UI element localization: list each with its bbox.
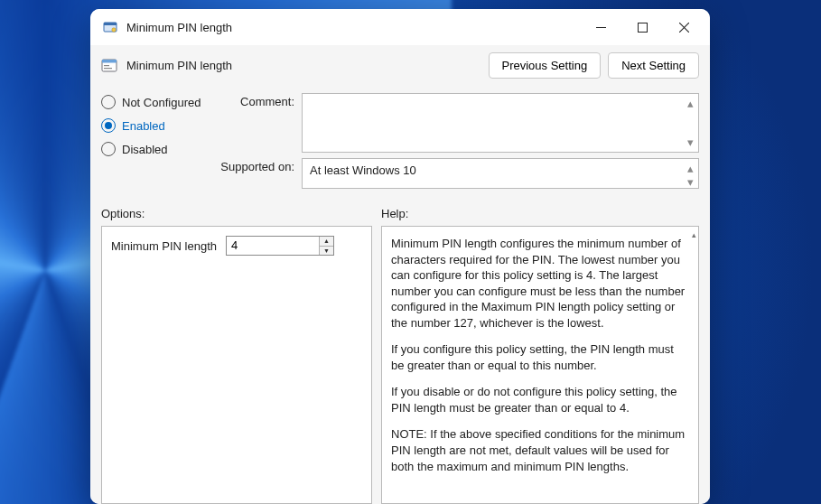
help-panel: Minimum PIN length configures the minimu…	[381, 226, 699, 504]
content-area: Minimum PIN length Previous Setting Next…	[90, 45, 710, 504]
close-button[interactable]	[663, 13, 704, 42]
policy-icon	[101, 58, 117, 74]
help-paragraph: NOTE: If the above specified conditions …	[391, 426, 686, 474]
scrollbar[interactable]: ▴ ▾	[687, 97, 696, 149]
radio-icon	[101, 118, 116, 133]
scroll-up-icon: ▴	[687, 162, 696, 175]
scroll-down-icon: ▾	[687, 135, 696, 149]
help-paragraph: If you disable or do not configure this …	[391, 384, 686, 415]
radio-label: Not Configured	[122, 96, 201, 109]
minimize-button[interactable]	[580, 13, 621, 42]
svg-point-2	[112, 28, 116, 32]
scroll-up-icon: ▴	[687, 97, 696, 110]
options-label: Options:	[101, 207, 372, 220]
policy-title: Minimum PIN length	[126, 59, 480, 72]
spinner-down-button[interactable]: ▼	[320, 247, 333, 256]
min-pin-length-spinner[interactable]: 4 ▲ ▼	[226, 236, 334, 256]
supported-on-value: At least Windows 10	[310, 163, 416, 177]
policy-editor-window: Minimum PIN length Minimum	[90, 9, 710, 504]
svg-rect-4	[638, 23, 647, 32]
previous-setting-button[interactable]: Previous Setting	[489, 52, 602, 79]
scroll-up-icon: ▴	[692, 229, 696, 240]
radio-icon	[101, 95, 116, 109]
supported-on-box: At least Windows 10 ▴ ▾	[302, 158, 699, 189]
radio-enabled[interactable]: Enabled	[101, 118, 206, 133]
help-scrollbar[interactable]: ▴	[686, 227, 698, 503]
scroll-down-icon: ▾	[687, 175, 696, 189]
radio-disabled[interactable]: Disabled	[101, 142, 206, 156]
comment-input[interactable]: ▴ ▾	[302, 93, 699, 153]
scrollbar[interactable]: ▴ ▾	[687, 162, 696, 185]
radio-not-configured[interactable]: Not Configured	[101, 95, 206, 109]
radio-label: Enabled	[122, 119, 165, 133]
radio-icon	[101, 142, 116, 156]
supported-on-label: Supported on:	[213, 158, 294, 173]
window-title: Minimum PIN length	[126, 21, 232, 34]
next-setting-button[interactable]: Next Setting	[608, 52, 699, 79]
help-paragraph: Minimum PIN length configures the minimu…	[391, 236, 686, 331]
svg-rect-8	[102, 60, 117, 63]
state-radio-group: Not Configured Enabled Disabled	[101, 93, 206, 156]
help-label: Help:	[381, 207, 699, 220]
options-panel: Minimum PIN length 4 ▲ ▼	[101, 226, 372, 504]
svg-rect-10	[104, 68, 112, 69]
titlebar: Minimum PIN length	[90, 9, 710, 45]
app-icon	[103, 20, 117, 34]
maximize-button[interactable]	[621, 13, 663, 42]
comment-label: Comment:	[213, 93, 294, 108]
svg-rect-9	[104, 65, 109, 66]
min-pin-length-value[interactable]: 4	[227, 237, 319, 255]
spinner-up-button[interactable]: ▲	[320, 237, 333, 247]
svg-rect-1	[104, 23, 117, 25]
min-pin-length-label: Minimum PIN length	[111, 239, 217, 253]
help-paragraph: If you configure this policy setting, th…	[391, 341, 686, 373]
radio-label: Disabled	[122, 143, 168, 156]
